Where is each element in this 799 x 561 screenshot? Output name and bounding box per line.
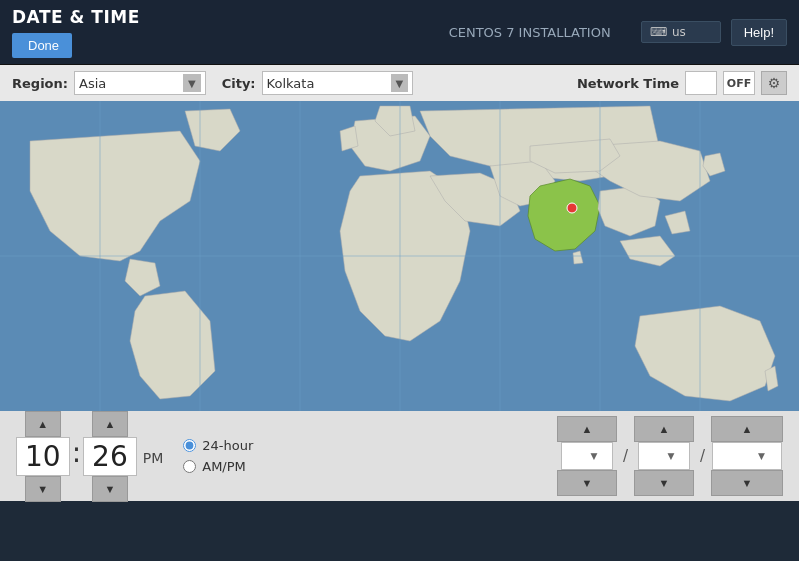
world-map[interactable] [0, 101, 799, 411]
hours-stepper: ▲ 10 ▼ [16, 411, 70, 502]
city-value: Kolkata [267, 76, 387, 91]
keyboard-icon: ⌨ [650, 25, 667, 39]
region-group: Region: Asia ▼ [12, 71, 206, 95]
month-stepper: ▲ 04 ▼ ▼ [557, 416, 617, 496]
year-dropdown[interactable]: 2021 ▼ [712, 442, 782, 470]
minutes-up-button[interactable]: ▲ [92, 411, 128, 437]
network-time-input [685, 71, 717, 95]
ampm-display: PM [143, 450, 164, 466]
region-value: Asia [79, 76, 179, 91]
controls-bar: Region: Asia ▼ City: Kolkata ▼ Network T… [0, 65, 799, 101]
city-dropdown[interactable]: Kolkata ▼ [262, 71, 414, 95]
network-settings-button[interactable]: ⚙ [761, 71, 787, 95]
done-button[interactable]: Done [12, 33, 72, 58]
page-title: DATE & TIME [12, 7, 140, 27]
radio-24h-input[interactable] [183, 439, 196, 452]
minutes-down-button[interactable]: ▼ [92, 476, 128, 502]
location-marker [567, 203, 577, 213]
minutes-display: 26 [83, 437, 137, 476]
radio-ampm-label: AM/PM [202, 459, 246, 474]
network-time-label: Network Time [577, 76, 679, 91]
region-label: Region: [12, 76, 68, 91]
city-group: City: Kolkata ▼ [222, 71, 414, 95]
hours-display: 10 [16, 437, 70, 476]
network-time-group: Network Time OFF ⚙ [577, 71, 787, 95]
time-controls: ▲ 10 ▼ : ▲ 26 ▼ PM 24-hour AM/PM ▲ 04 ▼ … [0, 411, 799, 501]
install-title: CENTOS 7 INSTALLATION [449, 25, 611, 40]
day-stepper: ▲ 19 ▼ ▼ [634, 416, 694, 496]
month-value: 04 [568, 449, 585, 464]
city-arrow-icon[interactable]: ▼ [391, 74, 409, 92]
gear-icon: ⚙ [768, 75, 781, 91]
region-dropdown[interactable]: Asia ▼ [74, 71, 206, 95]
month-dropdown[interactable]: 04 ▼ [561, 442, 613, 470]
time-colon: : [72, 436, 81, 469]
date-controls: ▲ 04 ▼ ▼ / ▲ 19 ▼ ▼ / ▲ 2021 ▼ ▼ [557, 416, 783, 496]
map-container[interactable] [0, 101, 799, 411]
month-up-button[interactable]: ▲ [557, 416, 617, 442]
header: DATE & TIME Done CENTOS 7 INSTALLATION ⌨… [0, 0, 799, 65]
header-left: DATE & TIME Done [12, 7, 140, 58]
city-label: City: [222, 76, 256, 91]
year-down-button[interactable]: ▼ [711, 470, 783, 496]
date-sep-2: / [700, 447, 705, 465]
hours-down-button[interactable]: ▼ [25, 476, 61, 502]
radio-24h-label: 24-hour [202, 438, 253, 453]
header-right: CENTOS 7 INSTALLATION ⌨ us Help! [449, 19, 787, 46]
network-toggle-off[interactable]: OFF [723, 71, 755, 95]
day-dropdown[interactable]: 19 ▼ [638, 442, 690, 470]
radio-ampm-input[interactable] [183, 460, 196, 473]
region-arrow-icon[interactable]: ▼ [183, 74, 201, 92]
hours-up-button[interactable]: ▲ [25, 411, 61, 437]
lang-selector[interactable]: ⌨ us [641, 21, 721, 43]
month-down-button[interactable]: ▼ [557, 470, 617, 496]
date-sep-1: / [623, 447, 628, 465]
day-down-button[interactable]: ▼ [634, 470, 694, 496]
year-value: 2021 [719, 449, 752, 464]
minutes-stepper: ▲ 26 ▼ [83, 411, 137, 502]
year-up-button[interactable]: ▲ [711, 416, 783, 442]
radio-24h[interactable]: 24-hour [183, 438, 253, 453]
lang-code: us [672, 25, 686, 39]
day-arrow-icon: ▼ [667, 451, 674, 461]
help-button[interactable]: Help! [731, 19, 787, 46]
day-value: 19 [645, 449, 662, 464]
time-format-group: 24-hour AM/PM [183, 438, 253, 474]
radio-ampm[interactable]: AM/PM [183, 459, 253, 474]
day-up-button[interactable]: ▲ [634, 416, 694, 442]
year-arrow-icon: ▼ [758, 451, 765, 461]
month-arrow-icon: ▼ [590, 451, 597, 461]
year-stepper: ▲ 2021 ▼ ▼ [711, 416, 783, 496]
